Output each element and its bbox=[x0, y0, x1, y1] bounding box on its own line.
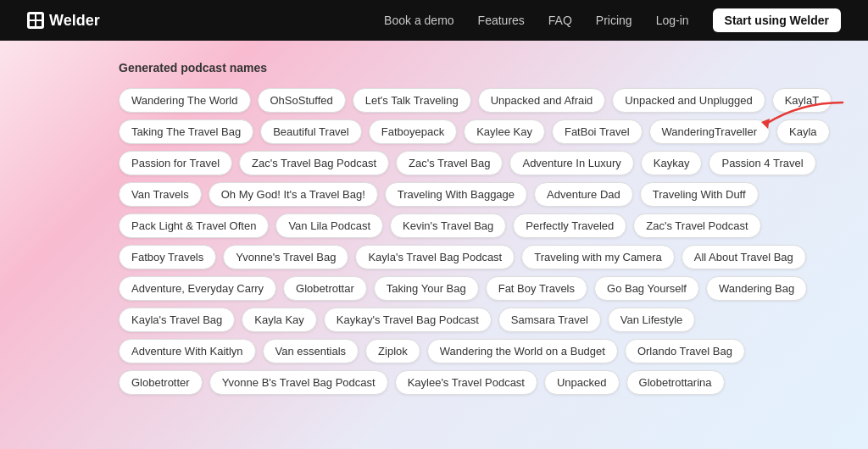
tag-item[interactable]: Adventure In Luxury bbox=[509, 151, 633, 175]
tag-item[interactable]: Kaylee Kay bbox=[464, 119, 545, 144]
tag-item[interactable]: Fatboy Travels bbox=[119, 245, 216, 269]
tag-item[interactable]: Wandering Bag bbox=[706, 276, 807, 301]
tag-item[interactable]: Kaykay bbox=[641, 151, 703, 175]
tag-item[interactable]: Wandering The World bbox=[119, 88, 251, 113]
svg-marker-4 bbox=[761, 119, 770, 129]
tag-item[interactable]: Fatboyepack bbox=[369, 119, 457, 144]
svg-rect-0 bbox=[30, 14, 35, 19]
tag-item[interactable]: Traveling With Duff bbox=[640, 182, 759, 207]
tag-item[interactable]: Van Lifestyle bbox=[608, 308, 695, 332]
tag-item[interactable]: Beautiful Travel bbox=[260, 119, 362, 144]
tag-item[interactable]: Adventure, Everyday Carry bbox=[119, 276, 276, 301]
tag-item[interactable]: Globetrottar bbox=[283, 276, 367, 301]
main-content: Generated podcast names Wandering The Wo… bbox=[0, 41, 868, 449]
tag-item[interactable]: Adventure With Kaitlyn bbox=[119, 339, 256, 363]
tag-item[interactable]: FatBoi Travel bbox=[552, 119, 643, 144]
tag-item[interactable]: Oh My God! It's a Travel Bag! bbox=[209, 182, 378, 207]
tag-item[interactable]: Pack Light & Travel Often bbox=[119, 213, 269, 238]
nav-cta-button[interactable]: Start using Welder bbox=[713, 8, 841, 32]
tag-item[interactable]: Unpacked and Unplugged bbox=[612, 88, 765, 113]
nav-features[interactable]: Features bbox=[478, 14, 525, 27]
logo: Welder bbox=[27, 12, 100, 30]
tag-item[interactable]: Perfectly Traveled bbox=[513, 213, 626, 238]
tag-item[interactable]: Yvonne B's Travel Bag Podcast bbox=[209, 370, 388, 395]
svg-rect-2 bbox=[30, 21, 35, 26]
tag-item[interactable]: Globetrotter bbox=[119, 370, 203, 395]
logo-text: Welder bbox=[49, 12, 100, 30]
tag-item[interactable]: Samsara Travel bbox=[498, 308, 601, 332]
tag-item[interactable]: Unpacked and Afraid bbox=[478, 88, 606, 113]
nav-faq[interactable]: FAQ bbox=[548, 14, 572, 27]
section-title: Generated podcast names bbox=[119, 61, 834, 75]
tag-item[interactable]: Taking Your Bag bbox=[374, 276, 479, 301]
tag-item[interactable]: Kaylee's Travel Podcast bbox=[395, 370, 537, 395]
tag-item[interactable]: Yvonne's Travel Bag bbox=[223, 245, 348, 269]
tag-item[interactable]: Zac's Travel Bag Podcast bbox=[239, 151, 389, 175]
tag-item[interactable]: Let's Talk Traveling bbox=[353, 88, 471, 113]
tag-item[interactable]: Zac's Travel Podcast bbox=[633, 213, 760, 238]
tag-item[interactable]: Traveling with my Camera bbox=[521, 245, 675, 269]
arrow-annotation bbox=[749, 98, 851, 132]
logo-icon bbox=[27, 12, 44, 29]
tag-item[interactable]: Passion 4 Travel bbox=[709, 151, 815, 175]
tag-item[interactable]: Passion for Travel bbox=[119, 151, 232, 175]
tags-container: Wandering The WorldOhSoStuffedLet's Talk… bbox=[119, 88, 834, 395]
tag-item[interactable]: Traveling With Baggage bbox=[385, 182, 527, 207]
tag-item[interactable]: Kayla Kay bbox=[242, 308, 317, 332]
tag-item[interactable]: Orlando Travel Bag bbox=[625, 339, 745, 363]
nav-book-demo[interactable]: Book a demo bbox=[384, 14, 454, 27]
nav-pricing[interactable]: Pricing bbox=[596, 14, 632, 27]
nav-login[interactable]: Log-in bbox=[656, 14, 689, 27]
tag-item[interactable]: Fat Boy Travels bbox=[486, 276, 587, 301]
tag-item[interactable]: Van Travels bbox=[119, 182, 202, 207]
tag-item[interactable]: OhSoStuffed bbox=[258, 88, 346, 113]
tag-item[interactable]: Van essentials bbox=[263, 339, 359, 363]
tag-item[interactable]: All About Travel Bag bbox=[682, 245, 806, 269]
tag-item[interactable]: Kayla's Travel Bag bbox=[119, 308, 235, 332]
tag-item[interactable]: Unpacked bbox=[544, 370, 620, 395]
nav: Book a demo Features FAQ Pricing Log-in … bbox=[384, 8, 841, 32]
tag-item[interactable]: Globetrottarina bbox=[626, 370, 725, 395]
tag-item[interactable]: Ziplok bbox=[365, 339, 420, 363]
tag-item[interactable]: Kevin's Travel Bag bbox=[390, 213, 506, 238]
tag-item[interactable]: Van Lila Podcast bbox=[275, 213, 383, 238]
svg-rect-3 bbox=[36, 21, 42, 26]
tag-item[interactable]: Kaykay's Travel Bag Podcast bbox=[324, 308, 492, 332]
tag-item[interactable]: Adventure Dad bbox=[534, 182, 633, 207]
svg-rect-1 bbox=[36, 14, 42, 19]
header: Welder Book a demo Features FAQ Pricing … bbox=[0, 0, 868, 41]
tag-item[interactable]: Kayla's Travel Bag Podcast bbox=[355, 245, 515, 269]
tag-item[interactable]: Taking The Travel Bag bbox=[119, 119, 253, 144]
tag-item[interactable]: Go Bag Yourself bbox=[594, 276, 699, 301]
tag-item[interactable]: Wandering the World on a Budget bbox=[427, 339, 618, 363]
tag-item[interactable]: Zac's Travel Bag bbox=[396, 151, 503, 175]
